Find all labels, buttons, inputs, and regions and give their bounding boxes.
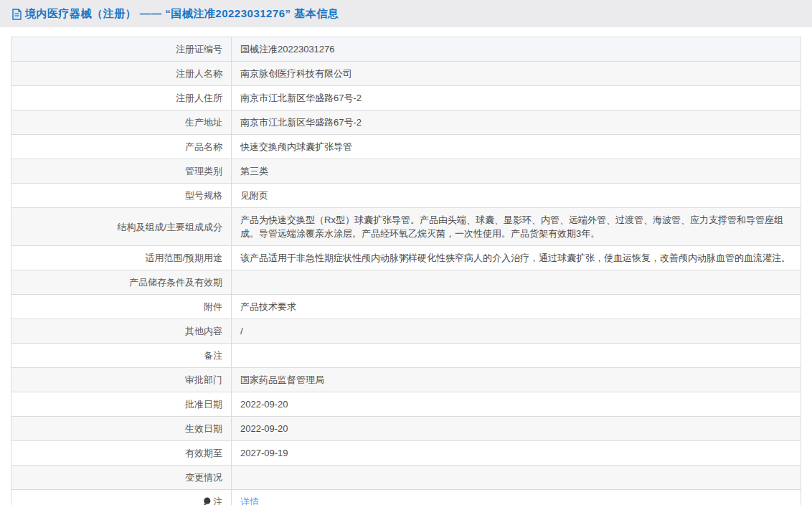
row-label: 备注 (11, 344, 232, 368)
table-row: 生产地址南京市江北新区华盛路67号-2 (11, 110, 801, 135)
document-icon (11, 9, 22, 20)
row-label: 产品名称 (11, 135, 232, 159)
title-bar: 境内医疗器械（注册） —— “国械注准20223031276” 基本信息 (0, 0, 812, 27)
row-label: 注册人名称 (11, 62, 232, 86)
table-row: 注册证编号国械注准20223031276 (11, 37, 801, 62)
row-value (232, 270, 801, 295)
row-value (232, 466, 801, 490)
table-row: 适用范围/预期用途该产品适用于非急性期症状性颅内动脉粥样硬化性狭窄病人的介入治疗… (11, 246, 801, 270)
registration-table: 注册证编号国械注准20223031276注册人名称南京脉创医疗科技有限公司注册人… (11, 37, 801, 505)
row-label: 管理类别 (11, 159, 232, 184)
table-row: 批准日期2022-09-20 (11, 392, 801, 417)
row-label: 适用范围/预期用途 (11, 246, 232, 270)
content-panel: 注册证编号国械注准20223031276注册人名称南京脉创医疗科技有限公司注册人… (0, 27, 812, 505)
table-row: 型号规格见附页 (11, 184, 801, 208)
row-label: 批准日期 (11, 392, 232, 417)
row-value: 见附页 (232, 184, 801, 208)
row-label: 型号规格 (11, 184, 232, 208)
row-label: 生产地址 (11, 110, 232, 135)
table-row: 变更情况 (11, 466, 801, 490)
row-value: 产品技术要求 (232, 295, 801, 319)
row-value: 详情 (232, 490, 801, 505)
table-row: 附件产品技术要求 (11, 295, 801, 319)
row-label: 有效期至 (11, 441, 232, 466)
table-row: 有效期至2027-09-19 (11, 441, 801, 466)
row-label: 结构及组成/主要组成成分 (11, 208, 232, 246)
row-label: 其他内容 (11, 319, 232, 344)
row-label: 变更情况 (11, 466, 232, 490)
table-row: 产品名称快速交换颅内球囊扩张导管 (11, 135, 801, 159)
table-row: 注详情 (11, 490, 801, 505)
table-row: 生效日期2022-09-20 (11, 417, 801, 441)
table-row: 备注 (11, 344, 801, 368)
note-icon (203, 496, 211, 505)
row-value: 2027-09-19 (232, 441, 801, 466)
table-row: 注册人名称南京脉创医疗科技有限公司 (11, 62, 801, 86)
table-row: 注册人住所南京市江北新区华盛路67号-2 (11, 86, 801, 110)
row-label: 附件 (11, 295, 232, 319)
row-value: 国械注准20223031276 (232, 37, 801, 62)
row-label: 生效日期 (11, 417, 232, 441)
row-value (232, 344, 801, 368)
row-value: 第三类 (232, 159, 801, 184)
row-label: 注册人住所 (11, 86, 232, 110)
table-row: 管理类别第三类 (11, 159, 801, 184)
row-value: / (232, 319, 801, 344)
page-title: 境内医疗器械（注册） —— “国械注准20223031276” 基本信息 (25, 7, 339, 21)
table-row: 审批部门国家药品监督管理局 (11, 368, 801, 392)
row-label: 审批部门 (11, 368, 232, 392)
row-value: 产品为快速交换型（Rx型）球囊扩张导管。产品由头端、球囊、显影环、内管、远端外管… (232, 208, 801, 246)
row-label: 注 (11, 490, 232, 505)
table-row: 其他内容/ (11, 319, 801, 344)
row-label: 产品储存条件及有效期 (11, 270, 232, 295)
row-value: 该产品适用于非急性期症状性颅内动脉粥样硬化性狭窄病人的介入治疗，通过球囊扩张，使… (232, 246, 801, 270)
table-row: 产品储存条件及有效期 (11, 270, 801, 295)
table-row: 结构及组成/主要组成成分产品为快速交换型（Rx型）球囊扩张导管。产品由头端、球囊… (11, 208, 801, 246)
row-value: 南京市江北新区华盛路67号-2 (232, 86, 801, 110)
row-value: 南京脉创医疗科技有限公司 (232, 62, 801, 86)
row-label: 注册证编号 (11, 37, 232, 62)
row-value: 2022-09-20 (232, 417, 801, 441)
row-value: 2022-09-20 (232, 392, 801, 417)
row-value: 快速交换颅内球囊扩张导管 (232, 135, 801, 159)
row-value: 南京市江北新区华盛路67号-2 (232, 110, 801, 135)
detail-link[interactable]: 详情 (240, 496, 259, 505)
registration-table-body: 注册证编号国械注准20223031276注册人名称南京脉创医疗科技有限公司注册人… (11, 37, 801, 505)
row-value: 国家药品监督管理局 (232, 368, 801, 392)
